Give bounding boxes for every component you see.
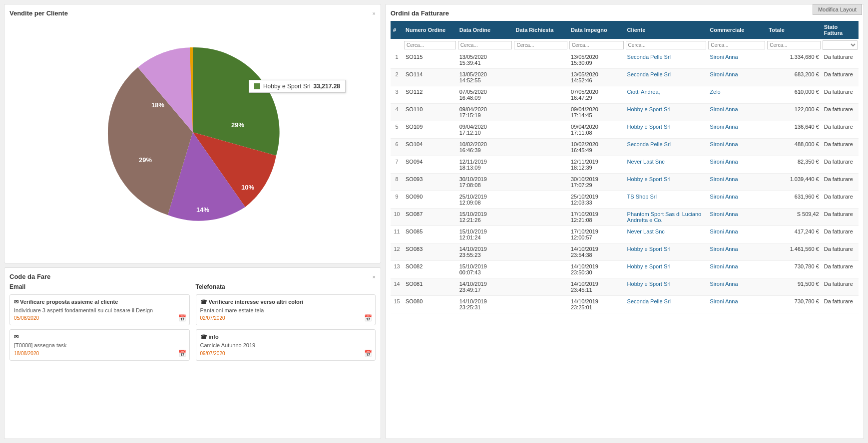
cliente-link[interactable]: Hobby e Sport Srl xyxy=(627,176,671,182)
cell-stato: Da fatturare xyxy=(822,86,859,104)
ordini-panel: Ordini da Fatturare × # Numero Ordine Da… xyxy=(385,4,864,439)
filter-totale-input[interactable] xyxy=(767,41,820,49)
commerciale-link[interactable]: Sironi Anna xyxy=(710,71,738,77)
vendite-header: Vendite per Cliente × xyxy=(9,9,376,17)
vendite-close[interactable]: × xyxy=(373,10,376,16)
cell-data-ordine: 10/02/202016:46:39 xyxy=(457,139,513,156)
cell-commerciale: Sironi Anna xyxy=(707,226,766,243)
cell-stato: Da fatturare xyxy=(822,209,859,226)
filter-data-richiesta-input[interactable] xyxy=(514,41,567,49)
cell-totale: 730,780 € xyxy=(766,296,821,313)
cliente-link[interactable]: Seconda Pelle Srl xyxy=(627,54,671,60)
table-row: 2 SO114 13/05/202014:52:55 13/05/202014:… xyxy=(391,69,859,86)
cell-data-ordine: 14/10/201923:49:17 xyxy=(457,278,513,296)
pie-chart-container: 29% 10% 14% 29% 18% Hobby e Sport Srl 33… xyxy=(9,20,376,244)
filter-stato-select[interactable] xyxy=(823,40,858,50)
cliente-link[interactable]: Seconda Pelle Srl xyxy=(627,298,671,304)
code-title: Code da Fare xyxy=(9,273,50,280)
table-row: 12 SO083 14/10/201923:55:23 14/10/201923… xyxy=(391,243,859,261)
table-row: 10 SO087 15/10/201912:21:26 17/10/201912… xyxy=(391,209,859,226)
col-data-ordine: Data Ordine xyxy=(457,21,513,39)
cell-stato: Da fatturare xyxy=(822,243,859,261)
cliente-link[interactable]: Hobby e Sport Srl xyxy=(627,246,671,252)
cell-num: 9 xyxy=(391,191,403,209)
cell-stato: Da fatturare xyxy=(822,69,859,86)
commerciale-link[interactable]: Sironi Anna xyxy=(710,263,738,269)
table-row: 1 SO115 13/05/202015:39:41 13/05/202015:… xyxy=(391,51,859,69)
cliente-link[interactable]: Hobby e Sport Srl xyxy=(627,263,671,269)
commerciale-link[interactable]: Zelo xyxy=(710,89,720,95)
cliente-link[interactable]: Ciotti Andrea, xyxy=(627,89,660,95)
cell-stato: Da fatturare xyxy=(822,278,859,296)
cell-data-richiesta xyxy=(513,278,568,296)
cell-cliente: Seconda Pelle Srl xyxy=(625,51,708,69)
cliente-link[interactable]: Never Last Snc xyxy=(627,159,665,165)
code-close[interactable]: × xyxy=(373,274,376,280)
commerciale-link[interactable]: Sironi Anna xyxy=(710,281,738,287)
col-stato-fattura: Stato Fattura xyxy=(822,21,859,39)
cell-commerciale: Sironi Anna xyxy=(707,243,766,261)
cliente-link[interactable]: Never Last Snc xyxy=(627,228,665,234)
filter-cliente-input[interactable] xyxy=(626,41,707,49)
orders-table-scroll[interactable]: # Numero Ordine Data Ordine Data Richies… xyxy=(391,21,859,434)
cliente-link[interactable]: Hobby e Sport Srl xyxy=(627,124,671,130)
commerciale-link[interactable]: Sironi Anna xyxy=(710,141,738,147)
commerciale-link[interactable]: Sironi Anna xyxy=(710,54,738,60)
filter-data-ordine xyxy=(457,39,513,51)
cell-data-impegno: 12/11/201918:12:39 xyxy=(568,156,625,174)
cliente-link[interactable]: Seconda Pelle Srl xyxy=(627,71,671,77)
cell-cliente: Seconda Pelle Srl xyxy=(625,296,708,313)
cliente-link[interactable]: Seconda Pelle Srl xyxy=(627,141,671,147)
cell-stato: Da fatturare xyxy=(822,139,859,156)
email-task-2-date: 18/08/2020 xyxy=(14,351,185,356)
cell-num: 15 xyxy=(391,296,403,313)
cell-data-impegno: 17/10/201912:21:08 xyxy=(568,209,625,226)
vendite-widget: Vendite per Cliente × xyxy=(4,4,381,263)
cell-data-ordine: 30/10/201917:08:08 xyxy=(457,174,513,191)
cell-totale: 417,240 € xyxy=(766,226,821,243)
pct-label-brown: 29% xyxy=(138,156,151,164)
filter-ordine-input[interactable] xyxy=(404,41,456,49)
cell-commerciale: Sironi Anna xyxy=(707,51,766,69)
pie-chart: 29% 10% 14% 29% 18% xyxy=(103,42,283,222)
commerciale-link[interactable]: Sironi Anna xyxy=(710,106,738,112)
cell-commerciale: Sironi Anna xyxy=(707,104,766,121)
table-header-row: # Numero Ordine Data Ordine Data Richies… xyxy=(391,21,859,39)
commerciale-link[interactable]: Sironi Anna xyxy=(710,124,738,130)
cell-data-ordine: 07/05/202016:48:09 xyxy=(457,86,513,104)
phone-col-title: Telefonata xyxy=(196,283,376,290)
commerciale-link[interactable]: Sironi Anna xyxy=(710,159,738,165)
modifica-layout-button[interactable]: Modifica Layout xyxy=(813,4,862,15)
cell-data-richiesta xyxy=(513,121,568,139)
cell-data-ordine: 15/10/201912:01:24 xyxy=(457,226,513,243)
cliente-link[interactable]: Phantom Sport Sas di Luciano Andretta e … xyxy=(627,211,702,223)
commerciale-link[interactable]: Sironi Anna xyxy=(710,211,738,217)
cell-stato: Da fatturare xyxy=(822,156,859,174)
filter-commerciale xyxy=(707,39,766,51)
cell-data-ordine: 14/10/201923:25:31 xyxy=(457,296,513,313)
ordini-header: Ordini da Fatturare × xyxy=(391,9,859,17)
col-data-richiesta: Data Richiesta xyxy=(513,21,568,39)
cliente-link[interactable]: Hobby e Sport Srl xyxy=(627,106,671,112)
cell-data-ordine: 09/04/202017:15:19 xyxy=(457,104,513,121)
filter-data-ordine-input[interactable] xyxy=(458,41,512,49)
commerciale-link[interactable]: Sironi Anna xyxy=(710,246,738,252)
cliente-link[interactable]: TS Shop Srl xyxy=(627,194,657,200)
commerciale-link[interactable]: Sironi Anna xyxy=(710,298,738,304)
commerciale-link[interactable]: Sironi Anna xyxy=(710,194,738,200)
cell-ordine: SO085 xyxy=(403,226,457,243)
tooltip-value: 33,217.28 xyxy=(314,83,340,90)
cell-commerciale: Sironi Anna xyxy=(707,139,766,156)
cell-ordine: SO087 xyxy=(403,209,457,226)
commerciale-link[interactable]: Sironi Anna xyxy=(710,228,738,234)
filter-commerciale-input[interactable] xyxy=(708,41,765,49)
cell-data-impegno: 13/05/202015:30:09 xyxy=(568,51,625,69)
cell-cliente: TS Shop Srl xyxy=(625,191,708,209)
cell-stato: Da fatturare xyxy=(822,174,859,191)
cell-num: 12 xyxy=(391,243,403,261)
filter-data-impegno-input[interactable] xyxy=(569,41,624,49)
cell-data-impegno: 07/05/202016:47:29 xyxy=(568,86,625,104)
cliente-link[interactable]: Hobby e Sport Srl xyxy=(627,281,671,287)
commerciale-link[interactable]: Sironi Anna xyxy=(710,176,738,182)
phone-task-2-title: ☎ info xyxy=(200,334,372,340)
